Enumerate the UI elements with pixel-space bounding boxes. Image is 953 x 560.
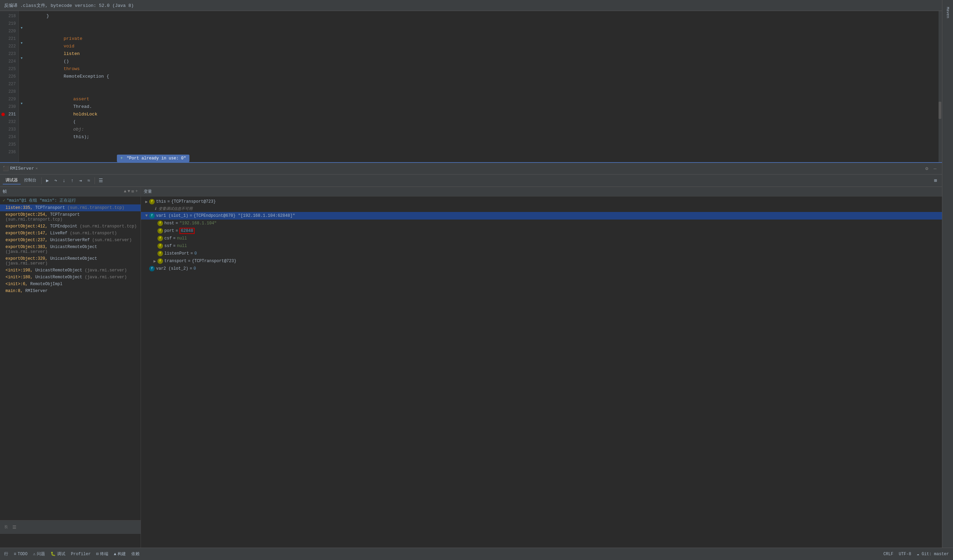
line-numbers: 218 219 220 221 222 223 224 225 226 227 … — [0, 11, 19, 162]
frame-item-8[interactable]: <init>:180, UnicastRemoteObject (java.rm… — [0, 274, 141, 281]
var-row-port[interactable]: f port = 62848 — [141, 227, 942, 235]
frames-header-left: 帧 — [3, 189, 7, 195]
var-icon-var2: f — [149, 266, 155, 271]
gutter-fold-230[interactable]: ▼ — [20, 102, 24, 106]
bottom-git[interactable]: ☁ Git: master — [917, 551, 949, 557]
maven-label[interactable]: Maven — [944, 6, 951, 20]
gutter-fold-226[interactable]: ▼ — [20, 56, 24, 60]
bottom-deps-label: 依赖 — [131, 551, 140, 557]
var-row-var1[interactable]: ▼ f var1 (slot_1) = {TCPEndpoint@670} "[… — [141, 212, 942, 220]
step-over-button[interactable]: ↷ — [52, 177, 59, 184]
var-row-host[interactable]: f host = "192.168.1.104" — [141, 220, 942, 227]
var-expand-var1: ▼ — [144, 213, 149, 218]
gutter-fold-225[interactable]: ▼ — [20, 41, 24, 45]
evaluate-button[interactable]: ≈ — [85, 177, 93, 184]
bottom-bar: 行 ≡ TODO ⚠ 问题 🐛 调试 Profiler ⊡ 终端 ▲ 构建 依赖… — [0, 548, 953, 560]
bottom-profiler[interactable]: Profiler — [71, 552, 91, 557]
editor-scrollbar-thumb[interactable] — [939, 102, 941, 119]
line-num-228: 228 — [0, 88, 19, 96]
gutter-fold-220[interactable]: ▼ — [20, 26, 24, 30]
frame-item-2[interactable]: exportObject:412, TCPEndpoint (sun.rmi.t… — [0, 223, 141, 230]
frame-item-9[interactable]: <init>:6, RemoteObjImpl — [0, 281, 141, 288]
line-num-227: 227 — [0, 80, 19, 88]
bottom-line-col[interactable]: 行 — [4, 551, 8, 557]
var-row-var2[interactable]: f var2 (slot_2) = 0 — [141, 265, 942, 272]
run-to-cursor-button[interactable]: ⇥ — [77, 177, 84, 184]
line-num-223: 223 — [0, 50, 19, 58]
bottom-warning-icon: ⚠ — [33, 551, 36, 557]
debug-close-icon[interactable]: × — [36, 167, 38, 171]
bottom-todo[interactable]: ≡ TODO — [14, 552, 28, 557]
bottom-build-icon: ▲ — [114, 552, 116, 557]
bottom-crlf[interactable]: CRLF — [883, 552, 894, 557]
bottom-debug[interactable]: 🐛 调试 — [51, 551, 65, 557]
bottom-right: CRLF UTF-8 ☁ Git: master — [883, 551, 949, 557]
vars-content: ▶ f this = {TCPTransport@723} ℹ 变量调试信息不可… — [141, 196, 942, 548]
tab-debugger[interactable]: 调试器 — [3, 176, 21, 184]
frames-header: 帧 ▲ ▼ ⊞ + — [0, 187, 141, 196]
title-text: 反编译 .class文件, bytecode version: 52.0 (Ja… — [4, 2, 134, 9]
var-row-ssf[interactable]: f ssf = null — [141, 242, 942, 250]
frame-copy-icon[interactable]: ⎘ — [3, 524, 9, 531]
step-into-button[interactable]: ↓ — [60, 177, 68, 184]
frame-item-7[interactable]: <init>:198, UnicastRemoteObject (java.rm… — [0, 267, 141, 274]
restore-layout-button[interactable]: ⊞ — [932, 177, 939, 184]
debug-tab-bar: ⬛ RMIServer × ⚙ — — [0, 162, 942, 175]
frames-filter-icon[interactable]: ⊞ — [132, 189, 134, 194]
var-expand-host — [152, 221, 157, 226]
frames-up-icon[interactable]: ▲ — [124, 189, 126, 194]
bottom-build[interactable]: ▲ 构建 — [114, 551, 126, 557]
gutter: ▼ ▼ ▼ ▼ — [19, 11, 25, 162]
var-expand-ssf — [152, 244, 157, 248]
bottom-terminal[interactable]: ⊡ 终端 — [96, 551, 108, 557]
tab-console[interactable]: 控制台 — [21, 176, 39, 184]
bottom-problems-label: 问题 — [37, 551, 45, 557]
line-num-232: 232 — [0, 118, 19, 126]
var-icon-transport: f — [157, 258, 163, 264]
resume-button[interactable]: ▶ — [43, 177, 51, 184]
var-row-csf[interactable]: f csf = null — [141, 235, 942, 242]
bottom-dependencies[interactable]: 依赖 — [131, 551, 140, 557]
var-expand-this: ▶ — [144, 199, 149, 204]
frames-down-icon[interactable]: ▼ — [127, 189, 130, 194]
bottom-encoding[interactable]: UTF-8 — [899, 552, 911, 557]
debug-toolbar: 调试器 控制台 ▶ ↷ ↓ ↑ ⇥ ≈ ☰ ⊞ — [0, 175, 942, 187]
step-out-button[interactable]: ↑ — [68, 177, 76, 184]
frame-item-10[interactable]: main:8, RMIServer — [0, 288, 141, 294]
line-num-221: 221 — [0, 35, 19, 43]
var-row-transport[interactable]: ▶ f transport = {TCPTransport@723} — [141, 257, 942, 265]
bottom-problems[interactable]: ⚠ 问题 — [33, 551, 45, 557]
debug-gear-icon[interactable]: ⚙ — [925, 166, 928, 172]
frame-item-5[interactable]: exportObject:383, UnicastRemoteObject (j… — [0, 244, 141, 255]
code-line-219 — [25, 20, 942, 28]
frame-item-3[interactable]: exportObject:147, LiveRef (sun.rmi.trans… — [0, 230, 141, 237]
frames-controls: ▲ ▼ ⊞ + — [124, 189, 138, 194]
frame-item-6[interactable]: exportObject:320, UnicastRemoteObject (j… — [0, 255, 141, 267]
right-sidebar: Maven — [942, 0, 953, 560]
var-row-listenport[interactable]: f listenPort = 0 — [141, 250, 942, 257]
line-num-219: 219 — [0, 20, 19, 28]
tooltip-plus-icon: + — [120, 156, 123, 161]
vars-header: 变量 — [141, 187, 942, 196]
bottom-terminal-label: 终端 — [100, 551, 108, 557]
frames-panel: 帧 ▲ ▼ ⊞ + ✓ "main"@1 在组 "main": 正在运行 lis… — [0, 187, 141, 548]
var-row-this[interactable]: ▶ f this = {TCPTransport@723} — [141, 198, 942, 206]
line-num-231: 231 — [0, 111, 19, 118]
bottom-todo-label: TODO — [17, 552, 28, 557]
line-num-229: 229 — [0, 96, 19, 103]
var-icon-ssf: f — [157, 243, 163, 249]
frame-class-icon[interactable]: ☰ — [11, 524, 18, 531]
editor-scrollbar[interactable] — [939, 11, 942, 162]
frame-item-0[interactable]: listen:335, TCPTransport (sun.rmi.transp… — [0, 204, 141, 211]
frame-item-4[interactable]: exportObject:237, UnicastServerRef (sun.… — [0, 237, 141, 244]
show-variables-button[interactable]: ☰ — [97, 177, 104, 184]
debug-minimize-icon[interactable]: — — [934, 166, 936, 172]
frame-item-1[interactable]: exportObject:254, TCPTransport (sun.rmi.… — [0, 211, 141, 223]
line-num-235: 235 — [0, 141, 19, 149]
frames-add-icon[interactable]: + — [135, 189, 138, 194]
port-value: 62848 — [180, 228, 195, 234]
bottom-profiler-label: Profiler — [71, 552, 91, 557]
var-expand-csf — [152, 236, 157, 241]
thread-check-icon: ✓ — [3, 198, 5, 203]
var-expand-listenport — [152, 251, 157, 256]
